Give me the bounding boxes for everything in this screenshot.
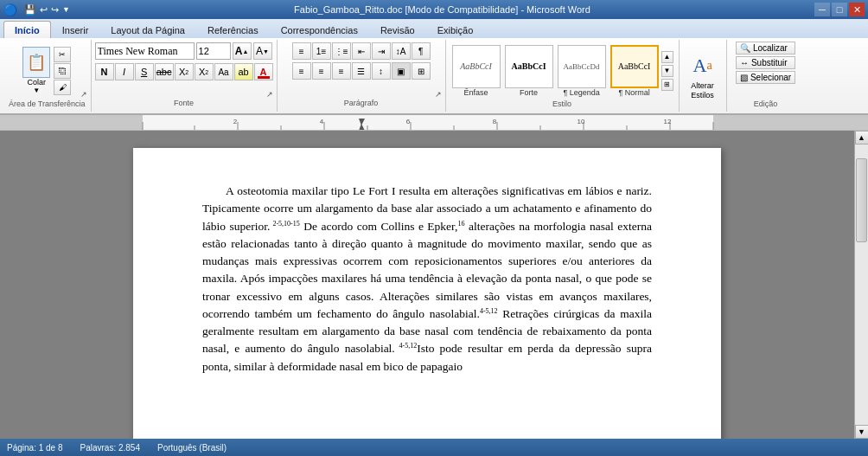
maximize-button[interactable]: □ (832, 3, 847, 16)
clipboard-group: 📋 Colar ▼ ✂ ⿻ 🖌 Área de Transferência ↗ (3, 40, 92, 112)
line-spacing-button[interactable]: ↕ (372, 62, 391, 80)
superscript-button[interactable]: X2 (195, 63, 214, 80)
shading-button[interactable]: ▣ (392, 62, 411, 80)
clipboard-label: Área de Transferência (9, 100, 86, 110)
find-icon: 🔍 (740, 43, 750, 53)
para-content: ≡ 1≡ ⋮≡ ⇤ ⇥ ↕A ¶ ≡ ≡ ≡ ☰ ↕ ▣ (292, 42, 431, 99)
tab-inicio[interactable]: Início (3, 21, 51, 38)
decrease-indent-button[interactable]: ⇤ (352, 42, 371, 60)
edit-content: 🔍 Localizar ↔ Substituir ▧ Selecionar (736, 42, 795, 100)
increase-font-button[interactable]: A▲ (233, 42, 252, 60)
style-forte[interactable]: AaBbCcI Forte (504, 45, 554, 97)
svg-text:8: 8 (493, 118, 497, 125)
title-bar-left: 🔵 💾 ↩ ↪ ▼ (3, 3, 70, 16)
show-marks-button[interactable]: ¶ (412, 42, 431, 60)
case-button[interactable]: Aa (214, 63, 233, 80)
align-center-button[interactable]: ≡ (312, 62, 331, 80)
subscript-button[interactable]: X2 (175, 63, 194, 80)
style-legenda[interactable]: AaBbCcDd ¶ Legenda (557, 45, 607, 97)
style-scroll-up[interactable]: ▲ (661, 51, 673, 63)
style-normal[interactable]: AaBbCcI ¶ Normal (610, 45, 660, 97)
cut-button[interactable]: ✂ (54, 47, 71, 62)
title-bar: 🔵 💾 ↩ ↪ ▼ Fabio_Gamboa_Ritto.doc [Modo d… (0, 0, 868, 19)
underline-button[interactable]: S (135, 63, 154, 80)
tab-exibicao[interactable]: Exibição (426, 21, 485, 38)
word-icon: 🔵 (3, 3, 17, 16)
svg-text:4: 4 (320, 118, 324, 125)
quick-undo[interactable]: ↩ (40, 4, 48, 16)
scroll-track[interactable] (855, 145, 868, 425)
sort-button[interactable]: ↕A (392, 42, 411, 60)
close-button[interactable]: ✕ (849, 3, 865, 16)
multilevel-button[interactable]: ⋮≡ (332, 42, 351, 60)
tab-referencias[interactable]: Referências (196, 21, 270, 38)
para-align-row: ≡ ≡ ≡ ☰ ↕ ▣ ⊞ (292, 62, 431, 80)
title-bar-right: ─ □ ✕ (814, 3, 865, 16)
alter-estilos-button[interactable]: Aa AlterarEstilos (687, 50, 718, 100)
normal-label: ¶ Normal (618, 88, 649, 97)
paste-icon: 📋 (22, 47, 50, 78)
quick-customize[interactable]: ▼ (62, 5, 70, 14)
enfase-preview: AaBbCcI (452, 45, 501, 88)
bullet-list-button[interactable]: ≡ (292, 42, 311, 60)
find-button[interactable]: 🔍 Localizar (736, 42, 795, 55)
word-count: Palavras: 2.854 (80, 443, 141, 453)
font-color-button[interactable]: A (254, 63, 273, 80)
forte-preview: AaBbCcI (505, 45, 553, 88)
italic-button[interactable]: I (115, 63, 134, 80)
ruler: 2 4 6 8 10 12 (0, 115, 868, 131)
language-indicator: Português (Brasil) (157, 443, 227, 453)
bold-button[interactable]: N (95, 63, 114, 80)
scroll-thumb[interactable] (856, 158, 867, 242)
tab-inserir[interactable]: Inserir (51, 21, 100, 38)
style-scroll: ▲ ▼ ⊞ (661, 51, 673, 91)
copy-button[interactable]: ⿻ (54, 63, 71, 79)
font-expand-button[interactable]: ↗ (265, 89, 275, 100)
svg-rect-0 (0, 115, 143, 131)
paste-button[interactable]: 📋 Colar ▼ (22, 47, 50, 94)
style-more[interactable]: ⊞ (661, 79, 673, 91)
ruler-svg: 2 4 6 8 10 12 (0, 115, 868, 131)
align-left-button[interactable]: ≡ (292, 62, 311, 80)
font-size-input[interactable] (196, 42, 231, 60)
scroll-down-button[interactable]: ▼ (855, 425, 869, 439)
normal-preview: AaBbCcI (610, 45, 659, 88)
paragraph-group: ≡ 1≡ ⋮≡ ⇤ ⇥ ↕A ¶ ≡ ≡ ≡ ☰ ↕ ▣ (278, 40, 446, 112)
increase-indent-button[interactable]: ⇥ (372, 42, 391, 60)
border-button[interactable]: ⊞ (412, 62, 431, 80)
enfase-label: Ênfase (464, 88, 488, 97)
svg-rect-2 (143, 115, 713, 131)
quick-save[interactable]: 💾 (24, 4, 36, 16)
vertical-scrollbar[interactable]: ▲ ▼ (854, 131, 868, 439)
font-name-input[interactable] (95, 42, 195, 60)
alter-content: Aa AlterarEstilos (687, 42, 718, 108)
document-page[interactable]: A osteotomia maxilar tipo Le Fort I resu… (133, 148, 721, 439)
edit-group: 🔍 Localizar ↔ Substituir ▧ Selecionar Ed… (727, 40, 805, 112)
alter-estilos-group: Aa AlterarEstilos (680, 40, 727, 112)
para-list-row: ≡ 1≡ ⋮≡ ⇤ ⇥ ↕A ¶ (292, 42, 431, 60)
align-right-button[interactable]: ≡ (332, 62, 351, 80)
select-label: Selecionar (750, 73, 791, 82)
style-enfase[interactable]: AaBbCcI Ênfase (451, 45, 501, 97)
clipboard-expand-button[interactable]: ↗ (79, 89, 89, 100)
scroll-up-button[interactable]: ▲ (855, 131, 869, 145)
tab-correspondencias[interactable]: Correspondências (270, 21, 369, 38)
replace-button[interactable]: ↔ Substituir (736, 56, 795, 69)
decrease-font-button[interactable]: A▼ (253, 42, 272, 60)
style-scroll-down[interactable]: ▼ (661, 65, 673, 77)
highlight-button[interactable]: ab (234, 63, 253, 80)
style-boxes: AaBbCcI Ênfase AaBbCcI Forte AaBbCcDd ¶ … (451, 45, 660, 97)
select-button[interactable]: ▧ Selecionar (736, 71, 795, 84)
style-group: AaBbCcI Ênfase AaBbCcI Forte AaBbCcDd ¶ … (446, 40, 680, 112)
number-list-button[interactable]: 1≡ (312, 42, 331, 60)
minimize-button[interactable]: ─ (814, 3, 830, 16)
replace-icon: ↔ (740, 58, 749, 67)
tab-layout[interactable]: Layout da Página (99, 21, 196, 38)
tab-revisao[interactable]: Revisão (369, 21, 426, 38)
quick-redo[interactable]: ↪ (51, 4, 59, 16)
svg-text:6: 6 (406, 118, 411, 125)
align-justify-button[interactable]: ☰ (352, 62, 371, 80)
para-expand-button[interactable]: ↗ (433, 89, 444, 100)
format-painter-button[interactable]: 🖌 (54, 80, 71, 95)
strikethrough-button[interactable]: abc (155, 63, 174, 80)
